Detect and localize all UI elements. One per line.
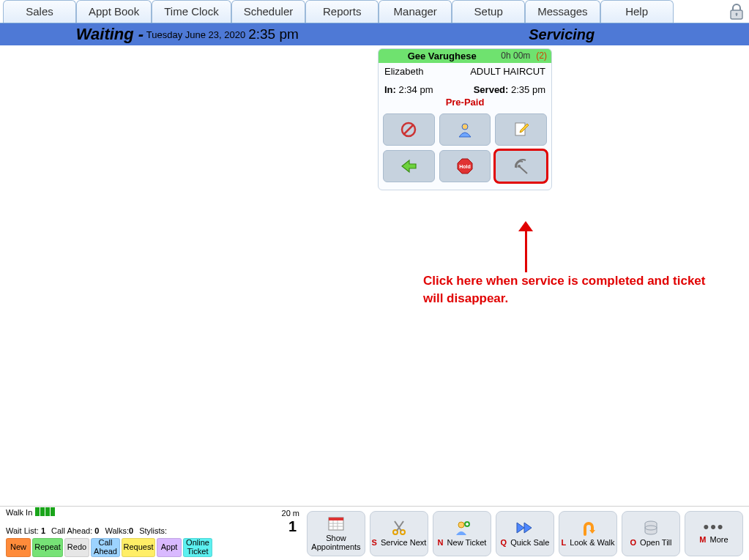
ticket-button-grid: Hold [379, 113, 551, 187]
action-label: M More [699, 535, 728, 544]
ticket-btn-client[interactable] [439, 113, 491, 146]
walkin-meter-icon [35, 507, 56, 518]
ticket-body: Elizabeth ADULT HAIRCUT In: 2:34 pm Serv… [379, 63, 551, 113]
menu-tab-reports[interactable]: Reports [305, 0, 379, 23]
ticket-in-label: In: [384, 84, 396, 95]
main-menubar: Sales Appt Book Time Clock Scheduler Rep… [0, 0, 749, 23]
servicing-label: Servicing [529, 26, 595, 43]
client-icon [456, 121, 474, 138]
walkin-right-small: 20 m [282, 509, 299, 518]
mini-btn-appt[interactable]: Appt [157, 538, 182, 557]
svg-rect-2 [736, 14, 737, 16]
mini-btn-request[interactable]: Request [122, 538, 155, 557]
service-ticket-card: Gee Varughese 0h 00m (2) Elizabeth ADULT… [378, 48, 552, 190]
mini-btn-redo[interactable]: Redo [64, 538, 89, 557]
svg-line-4 [404, 125, 413, 134]
stat-walks: Walks:0 [105, 526, 133, 535]
action-quick-sale[interactable]: Q Quick Sale [496, 511, 554, 556]
action-open-till[interactable]: O Open Till [622, 511, 680, 556]
ticket-served-label: Served: [474, 84, 509, 95]
action-label: N New Ticket [438, 538, 487, 547]
stat-stylists: Stylists: [139, 526, 167, 535]
ticket-duration: 0h 00m [501, 51, 530, 61]
ticket-in-time: 2:34 pm [399, 84, 433, 95]
ticket-prepaid-label: Pre-Paid [384, 97, 545, 108]
ticket-stylist-name: Gee Varughese [383, 51, 501, 61]
action-label: S Service Next [372, 538, 427, 547]
edit-note-icon [513, 121, 530, 138]
bottom-right-panel: Show Appointments S Service Next N New T… [307, 507, 749, 560]
action-service-next[interactable]: S Service Next [370, 511, 428, 556]
waiting-label: Waiting - [76, 25, 144, 44]
stat-waitlist: Wait List: 1 [6, 526, 45, 535]
action-show-appointments[interactable]: Show Appointments [307, 511, 365, 556]
menu-tab-help[interactable]: Help [600, 0, 674, 23]
walkin-label: Walk In [6, 508, 32, 517]
scissors-icon [390, 520, 408, 536]
mini-btn-new[interactable]: New [6, 538, 31, 557]
action-label: Show Appointments [308, 534, 365, 551]
ticket-customer-name: Elizabeth [384, 66, 423, 77]
calendar-icon [327, 515, 345, 531]
status-bar: Waiting - Tuesday June 23, 2020 2:35 pm … [0, 23, 749, 45]
status-date: Tuesday June 23, 2020 [146, 29, 245, 40]
mini-btn-repeat[interactable]: Repeat [32, 538, 63, 557]
menu-tab-manager[interactable]: Manager [379, 0, 452, 23]
ticket-btn-noentry[interactable] [383, 113, 435, 146]
hold-icon: Hold [456, 157, 474, 175]
no-entry-icon [400, 121, 417, 138]
menu-tab-timeclock[interactable]: Time Clock [152, 0, 231, 23]
status-right: Servicing [375, 23, 750, 45]
person-plus-icon [453, 520, 471, 536]
svg-text:Hold: Hold [459, 164, 471, 169]
mini-btn-callahead[interactable]: Call Ahead [91, 538, 120, 557]
bottom-bar: Walk In 20 m Wait List: 1 Call Ahead: 0 … [0, 506, 749, 560]
menu-tab-messages[interactable]: Messages [525, 0, 600, 23]
menu-tab-scheduler[interactable]: Scheduler [231, 0, 306, 23]
ticket-btn-edit[interactable] [495, 113, 547, 146]
menu-tab-setup[interactable]: Setup [452, 0, 525, 23]
action-label: L Look & Walk [561, 538, 614, 547]
menu-tab-apptbook[interactable]: Appt Book [76, 0, 152, 23]
ticket-btn-hold[interactable]: Hold [439, 150, 491, 182]
action-more[interactable]: ••• M More [685, 511, 743, 556]
satellite-complete-icon [513, 157, 530, 175]
fast-forward-icon [515, 520, 534, 536]
mini-button-row: New Repeat Redo Call Ahead Request Appt … [6, 538, 299, 557]
dots-icon: ••• [703, 523, 724, 531]
ticket-btn-complete[interactable] [495, 150, 547, 182]
ticket-btn-back[interactable] [383, 150, 435, 182]
stat-callahead: Call Ahead: 0 [51, 526, 99, 535]
svg-point-5 [462, 124, 468, 130]
ticket-service-name: ADULT HAIRCUT [470, 66, 545, 77]
stat-big-number: 1 [288, 518, 299, 535]
lock-icon[interactable] [724, 0, 749, 23]
svg-line-10 [519, 166, 527, 173]
bottom-left-panel: Walk In 20 m Wait List: 1 Call Ahead: 0 … [0, 507, 307, 560]
action-label: Q Quick Sale [501, 538, 550, 547]
svg-point-21 [458, 522, 464, 528]
ticket-served: Served: 2:35 pm [474, 84, 545, 95]
ticket-header: Gee Varughese 0h 00m (2) [379, 49, 551, 63]
status-left: Waiting - Tuesday June 23, 2020 2:35 pm [0, 23, 375, 45]
annotation-text: Click here when service is completed and… [423, 272, 716, 307]
action-new-ticket[interactable]: N New Ticket [433, 511, 491, 556]
ticket-served-time: 2:35 pm [511, 84, 545, 95]
action-look-walk[interactable]: L Look & Walk [559, 511, 617, 556]
status-time: 2:35 pm [248, 26, 299, 42]
svg-rect-12 [329, 518, 343, 520]
annotation-arrow-line [525, 225, 527, 272]
back-arrow-icon [399, 157, 418, 175]
main-area: Gee Varughese 0h 00m (2) Elizabeth ADULT… [0, 45, 749, 506]
ticket-in: In: 2:34 pm [384, 84, 433, 95]
menu-tab-sales[interactable]: Sales [3, 0, 76, 23]
action-label: O Open Till [630, 538, 671, 547]
database-icon [642, 520, 660, 536]
u-turn-icon [579, 520, 597, 536]
ticket-count: (2) [536, 51, 547, 61]
mini-btn-onlineticket[interactable]: Online Ticket [183, 538, 212, 557]
